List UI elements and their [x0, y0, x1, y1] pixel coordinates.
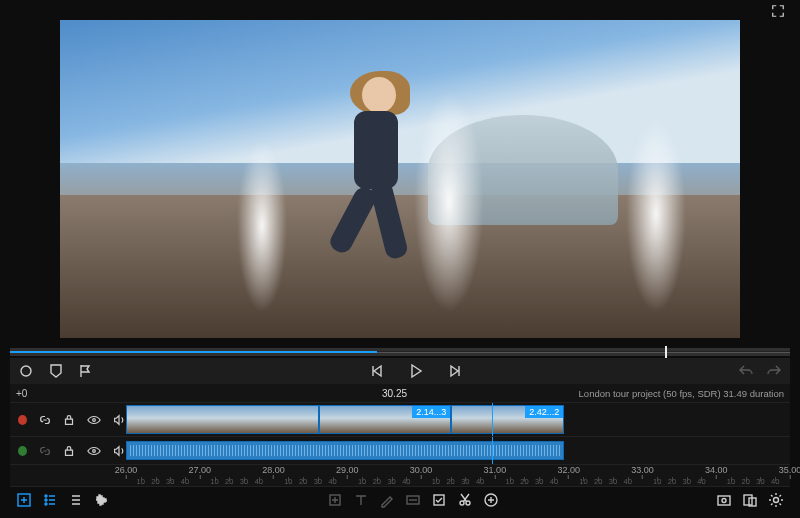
speaker-icon[interactable]	[111, 443, 126, 459]
svg-point-4	[93, 449, 96, 452]
svg-rect-3	[66, 450, 73, 455]
draw-icon[interactable]	[379, 492, 395, 508]
clip-label: 2.42...2	[525, 406, 563, 418]
snapshot-icon[interactable]	[716, 492, 732, 508]
lock-icon[interactable]	[62, 412, 77, 428]
svg-point-7	[45, 499, 47, 501]
svg-point-19	[774, 497, 779, 502]
next-frame-icon[interactable]	[446, 363, 462, 379]
track-color-indicator	[18, 415, 27, 425]
ruler-tick: 28.00	[262, 465, 285, 479]
zoom-level[interactable]: +0	[16, 388, 124, 399]
eye-icon[interactable]	[87, 412, 102, 428]
titles-icon[interactable]	[405, 492, 421, 508]
audio-track	[10, 436, 790, 464]
video-clip[interactable]: 2.42...2	[451, 405, 564, 434]
play-icon[interactable]	[408, 363, 424, 379]
text-icon[interactable]	[353, 492, 369, 508]
track-color-indicator	[18, 446, 27, 456]
ruler-tick: 35.00	[779, 465, 800, 479]
svg-rect-15	[718, 496, 730, 505]
link-icon[interactable]	[37, 443, 52, 459]
eye-icon[interactable]	[87, 443, 102, 459]
svg-point-13	[466, 501, 470, 505]
svg-point-0	[21, 366, 31, 376]
expand-icon[interactable]	[770, 3, 786, 19]
waveform-icon[interactable]	[94, 492, 110, 508]
ruler-tick: 32.00	[557, 465, 580, 479]
timeline: +0 30.25 London tour project (50 fps, SD…	[10, 384, 790, 486]
ruler-tick: 30.00	[410, 465, 433, 479]
select-icon[interactable]	[431, 492, 447, 508]
insert-icon[interactable]	[327, 492, 343, 508]
settings-icon[interactable]	[768, 492, 784, 508]
svg-point-12	[460, 501, 464, 505]
ruler-tick: 26.00	[115, 465, 138, 479]
svg-rect-17	[744, 495, 752, 505]
playhead-time: 30.25	[124, 388, 579, 399]
add-media-icon[interactable]	[16, 492, 32, 508]
svg-rect-1	[66, 419, 73, 424]
add-icon[interactable]	[483, 492, 499, 508]
audio-lane[interactable]	[126, 437, 790, 464]
undo-icon[interactable]	[738, 363, 754, 379]
transport-bar	[10, 358, 790, 384]
video-lane[interactable]: 2.42...22.14...3	[126, 403, 790, 436]
video-clip[interactable]: 2.14...3	[319, 405, 452, 434]
project-info: London tour project (50 fps, SDR) 31.49 …	[579, 388, 784, 399]
tracks-panel-icon[interactable]	[42, 492, 58, 508]
ruler-tick: 27.00	[189, 465, 212, 479]
marker-shield-icon[interactable]	[48, 363, 64, 379]
speaker-icon[interactable]	[111, 412, 126, 428]
ruler-tick: 29.00	[336, 465, 359, 479]
video-track: 2.42...22.14...3	[10, 402, 790, 436]
ruler-tick: 34.00	[705, 465, 728, 479]
cut-icon[interactable]	[457, 492, 473, 508]
time-ruler[interactable]: 26.001020304027.001020304028.00102030402…	[10, 464, 790, 486]
svg-point-16	[722, 498, 726, 502]
clip-label: 2.14...3	[412, 406, 450, 418]
bottom-toolbar	[10, 486, 790, 512]
link-icon[interactable]	[37, 412, 52, 428]
svg-point-2	[93, 418, 96, 421]
redo-icon[interactable]	[766, 363, 782, 379]
record-icon[interactable]	[18, 363, 34, 379]
export-icon[interactable]	[742, 492, 758, 508]
audio-clip[interactable]	[126, 441, 564, 460]
ruler-tick: 33.00	[631, 465, 654, 479]
prev-frame-icon[interactable]	[370, 363, 386, 379]
scrub-bar[interactable]	[10, 348, 790, 356]
lock-icon[interactable]	[62, 443, 77, 459]
video-preview[interactable]	[60, 20, 740, 338]
video-clip[interactable]	[126, 405, 319, 434]
svg-point-8	[45, 503, 47, 505]
effects-icon[interactable]	[68, 492, 84, 508]
svg-point-6	[45, 495, 47, 497]
flag-icon[interactable]	[78, 363, 94, 379]
svg-rect-11	[434, 495, 444, 505]
ruler-tick: 31.00	[484, 465, 507, 479]
